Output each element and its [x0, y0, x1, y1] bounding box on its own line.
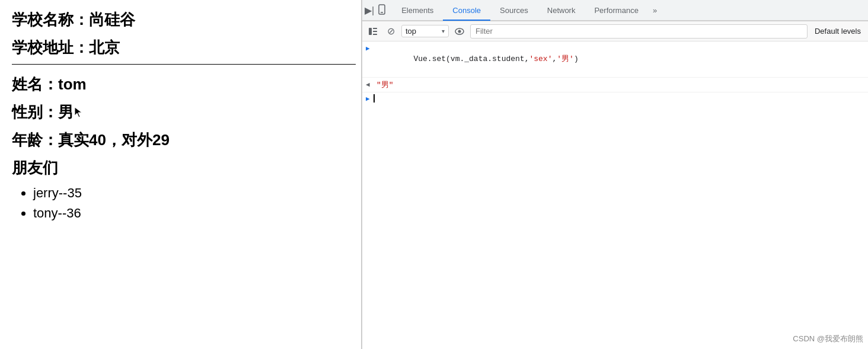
svg-rect-3 — [373, 28, 377, 29]
student-sex: 性别：男 — [12, 102, 349, 123]
student-age: 年龄：真实40，对外29 — [12, 130, 349, 151]
tab-console[interactable]: Console — [443, 1, 490, 21]
list-item: jerry--35 — [33, 185, 349, 201]
eye-button[interactable] — [452, 24, 467, 39]
tab-more[interactable]: » — [648, 6, 662, 15]
school-address: 学校地址：北京 — [12, 37, 349, 58]
devtools-tabs-bar: ▶| Elements Console Sources Network Perf… — [362, 0, 868, 21]
prompt-arrow-icon: ▶ — [366, 95, 370, 103]
sidebar-icon — [368, 27, 378, 36]
tab-elements[interactable]: Elements — [392, 1, 443, 21]
friends-list: jerry--35 tony--36 — [12, 185, 349, 221]
mouse-cursor-icon — [74, 106, 85, 119]
sidebar-toggle-button[interactable] — [366, 24, 380, 39]
devtools-cursor-icon[interactable]: ▶| — [365, 5, 374, 16]
devtools-tab-list: Elements Console Sources Network Perform… — [392, 0, 662, 20]
tab-network[interactable]: Network — [538, 1, 585, 21]
devtools-panel: ▶| Elements Console Sources Network Perf… — [362, 0, 868, 349]
console-result-line: ◀ "男" — [362, 78, 868, 92]
filter-input[interactable] — [470, 24, 808, 39]
school-name: 学校名称：尚硅谷 — [12, 9, 349, 30]
result-arrow-icon[interactable]: ◀ — [366, 79, 373, 90]
default-levels-dropdown[interactable]: Default levels — [811, 25, 864, 37]
webpage-content: 学校名称：尚硅谷 学校地址：北京 姓名：tom 性别：男 年龄：真实40，对外2… — [0, 0, 362, 349]
context-dropdown[interactable]: top ▾ — [401, 25, 449, 37]
expand-arrow-icon[interactable]: ▶ — [366, 43, 373, 54]
block-button[interactable]: ⊘ — [384, 24, 398, 39]
tab-sources[interactable]: Sources — [490, 1, 538, 21]
list-item: tony--36 — [33, 206, 349, 221]
svg-rect-2 — [369, 28, 372, 35]
tab-performance[interactable]: Performance — [585, 1, 647, 21]
console-toolbar: ⊘ top ▾ Default levels — [362, 21, 868, 41]
console-output: ▶ Vue.set(vm._data.student,'sex','男') ◀ … — [362, 41, 868, 349]
console-cursor — [374, 94, 375, 103]
console-command-text: Vue.set(vm._data.student,'sex','男') — [376, 43, 864, 75]
context-dropdown-value: top — [406, 27, 439, 36]
console-command-line: ▶ Vue.set(vm._data.student,'sex','男') — [362, 41, 868, 78]
devtools-mobile-icon[interactable] — [376, 4, 387, 17]
chevron-down-icon: ▾ — [442, 28, 445, 34]
svg-rect-4 — [373, 31, 377, 32]
console-result-text: "男" — [376, 79, 394, 90]
friends-title: 朋友们 — [12, 158, 349, 178]
csdn-watermark: CSDN @我爱布朗熊 — [793, 334, 863, 344]
svg-rect-5 — [373, 34, 377, 35]
section-divider — [12, 64, 356, 65]
console-input-line[interactable]: ▶ — [362, 92, 868, 104]
svg-point-7 — [458, 30, 461, 33]
student-name: 姓名：tom — [12, 74, 349, 95]
